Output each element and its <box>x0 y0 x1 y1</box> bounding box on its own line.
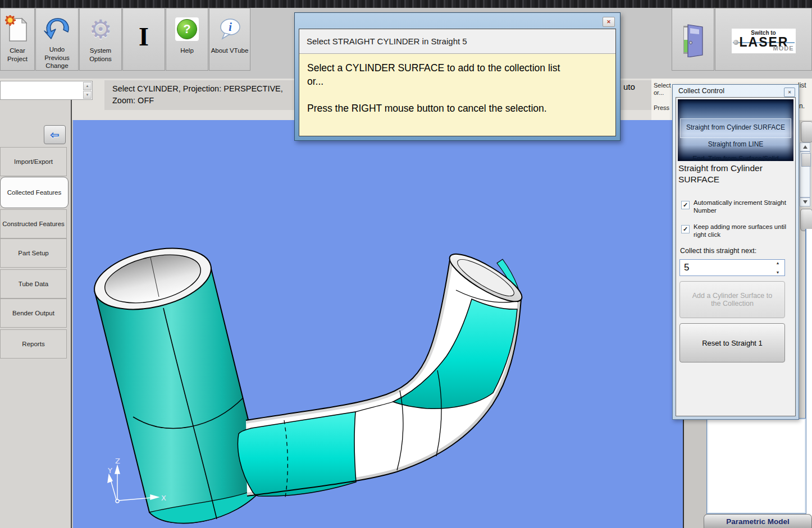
switch-to-laser-button[interactable]: Switch to LASER MODE <box>715 8 812 71</box>
text-cursor-icon: I <box>139 24 149 50</box>
back-arrow-icon: ⇦ <box>51 128 60 141</box>
sidebar-item-bender-output[interactable]: Bender Output <box>0 299 67 328</box>
help-question-glyph: ? <box>183 22 190 36</box>
tab-label: Constructed Features <box>2 221 65 227</box>
list-item-end-trim-from-surface-solid[interactable]: End, Trim from Surface/Solid <box>680 155 791 161</box>
system-options-label: System Options <box>80 47 121 63</box>
tab-label: Reports <box>22 341 44 347</box>
about-i-glyph: i <box>229 21 232 33</box>
sidebar-item-tube-data[interactable]: Tube Data <box>0 269 67 299</box>
sidebar-item-part-setup[interactable]: Part Setup <box>0 238 67 268</box>
sidebar: ⇦ Import/Export Collected Features Const… <box>0 100 72 528</box>
status-fragment-box: uto <box>621 80 651 110</box>
scrollbar-up-button[interactable] <box>800 143 810 151</box>
view-spin-input[interactable]: ▲ ▼ <box>0 81 93 100</box>
straight-number-arrows[interactable]: ▲ ▼ <box>774 261 782 274</box>
collect-mode-listbox[interactable]: Straight from Cylinder SURFACE Straight … <box>678 99 793 161</box>
checkbox-checked-icon[interactable]: ✓ <box>681 201 690 209</box>
dialog-title: Select STRAIGHT CYLINDER in Straight 5 <box>299 29 615 54</box>
door-exit-icon <box>680 12 706 68</box>
collapse-sidebar-button[interactable]: ⇦ <box>44 125 66 144</box>
collect-mode-heading: Straight from Cylinder SURFACE <box>678 163 791 185</box>
cursor-tool-button[interactable]: I <box>122 8 165 71</box>
auto-increment-label: Automatically increment Straight Number <box>694 199 791 214</box>
collect-control-title: Collect Control <box>678 87 724 95</box>
dialog-line3: Press the RIGHT mouse button to cancel t… <box>307 102 608 115</box>
clear-project-button[interactable]: Clear Project <box>0 8 35 71</box>
auto-increment-checkbox-row[interactable]: ✓ Automatically increment Straight Numbe… <box>681 199 791 214</box>
close-icon: ✕ <box>606 19 611 25</box>
about-vtube-button[interactable]: i About VTube <box>209 8 250 71</box>
laser-mode-logo: Switch to LASER MODE <box>732 29 796 53</box>
add-cylinder-surface-button[interactable]: Add a Cylinder Surface to the Collection <box>679 281 785 318</box>
scrollbar-thumb[interactable] <box>801 153 811 167</box>
hint-dialog: ✕ Select STRAIGHT CYLINDER in Straight 5… <box>294 12 621 141</box>
tab-label: Part Setup <box>18 250 48 256</box>
tab-label: Tube Data <box>19 281 48 287</box>
checkbox-checked-icon[interactable]: ✓ <box>681 225 690 233</box>
app-window: Clear Project Undo Previous Change ⚙ Sys… <box>0 0 812 528</box>
sidebar-item-constructed-features[interactable]: Constructed Features <box>0 209 67 238</box>
dialog-body: Select a CYLINDER SURFACE to add to the … <box>299 54 615 115</box>
help-button[interactable]: ? Help <box>166 8 208 71</box>
spin-up-icon[interactable]: ▲ <box>774 261 782 265</box>
spin-down-icon[interactable]: ▼ <box>83 91 92 99</box>
reset-to-straight-1-label: Reset to Straight 1 <box>702 339 763 347</box>
axis-z-label: Z <box>115 457 120 465</box>
viewport-3d[interactable]: Z Y X <box>73 120 684 528</box>
view-spin-arrows[interactable]: ▲ ▼ <box>83 82 92 99</box>
fragment-list: list <box>798 81 806 89</box>
close-icon: ✕ <box>788 90 792 95</box>
clear-project-icon <box>5 12 30 47</box>
tube-model-svg[interactable]: Z Y X <box>73 120 683 528</box>
collect-next-label: Collect this straight next: <box>680 247 756 255</box>
dialog-line1: Select a CYLINDER SURFACE to add to the … <box>307 61 608 75</box>
about-info-icon: i <box>216 12 243 47</box>
tab-label: Bender Output <box>12 310 54 316</box>
list-item-straight-from-line[interactable]: Straight from LINE <box>680 140 791 148</box>
laser-dot-icon <box>733 40 738 45</box>
tab-label: Import/Export <box>14 158 53 165</box>
keep-adding-label: Keep adding more surfaces until right cl… <box>694 223 791 238</box>
collect-control-body: Straight from Cylinder SURFACE Straight … <box>676 97 796 416</box>
collect-control-panel: Collect Control ✕ Straight from Cylinder… <box>672 84 799 420</box>
fragment-select: Select <box>654 82 671 89</box>
spin-up-icon[interactable]: ▲ <box>83 82 92 90</box>
dialog-line2: or... <box>307 75 608 88</box>
sidebar-item-reports[interactable]: Reports <box>0 329 67 359</box>
fragment-or: or... <box>654 89 664 96</box>
keep-adding-checkbox-row[interactable]: ✓ Keep adding more surfaces until right … <box>681 223 791 238</box>
straight-number-spin-input[interactable]: 5 ▲ ▼ <box>679 259 785 276</box>
exit-button[interactable] <box>672 8 714 71</box>
list-item-straight-from-cylinder-surface[interactable]: Straight from Cylinder SURFACE <box>680 123 791 131</box>
system-options-button[interactable]: ⚙ System Options <box>79 8 122 71</box>
parametric-model-button[interactable]: Parametric Model <box>704 514 812 528</box>
hidden-toolbar-button-top[interactable] <box>801 121 812 143</box>
undo-label: Undo Previous Change <box>36 45 78 70</box>
axis-y-label: Y <box>107 466 112 475</box>
dialog-close-button[interactable]: ✕ <box>603 17 615 27</box>
fragment-auto: uto <box>623 82 635 91</box>
dialog-content: Select STRAIGHT CYLINDER in Straight 5 S… <box>299 29 616 136</box>
spin-down-icon[interactable]: ▼ <box>774 270 782 274</box>
scrollbar-track[interactable] <box>800 151 810 198</box>
straight-number-value: 5 <box>684 262 689 273</box>
undo-button[interactable]: Undo Previous Change <box>35 8 79 71</box>
laser-mode-text: MODE <box>773 45 794 52</box>
help-icon: ? <box>175 17 199 41</box>
sidebar-item-import-export[interactable]: Import/Export <box>0 147 67 176</box>
about-label: About VTube <box>210 47 250 55</box>
parametric-model-label: Parametric Model <box>726 517 790 526</box>
tab-label: Collected Features <box>7 189 62 196</box>
cylinder-straight-1[interactable] <box>88 238 264 523</box>
add-cylinder-surface-label: Add a Cylinder Surface to the Collection <box>690 292 774 307</box>
tube-run[interactable] <box>238 246 527 497</box>
hidden-toolbar-button-bottom[interactable] <box>800 209 812 231</box>
window-titlebar-strip <box>0 0 812 8</box>
reset-to-straight-1-button[interactable]: Reset to Straight 1 <box>679 323 785 362</box>
collect-control-close-button[interactable]: ✕ <box>784 88 795 97</box>
sidebar-item-collected-features[interactable]: Collected Features <box>0 177 69 208</box>
axis-x-label: X <box>161 494 166 502</box>
collection-list-box[interactable] <box>706 418 806 514</box>
scrollbar-down-button[interactable] <box>800 198 810 206</box>
